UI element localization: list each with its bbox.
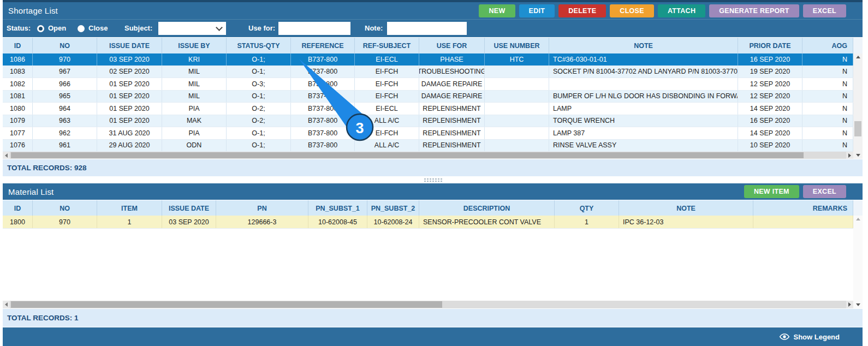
status-open-radio[interactable]: [37, 25, 44, 32]
v-scroll-track[interactable]: [853, 61, 863, 152]
status-close-radio[interactable]: [78, 25, 85, 32]
column-header-reference[interactable]: REFERENCE: [291, 38, 355, 54]
table-row[interactable]: 108296601 SEP 2020MILO-3;B737-800EI-FCHD…: [3, 78, 853, 91]
table-cell: 16 SEP 2020: [738, 53, 802, 65]
column-header-remarks[interactable]: REMARKS: [753, 200, 853, 216]
v-scroll-thumb[interactable]: [854, 121, 861, 136]
table-cell: KRI: [162, 53, 227, 65]
footer-bar: Show Legend: [3, 327, 863, 346]
table-row[interactable]: 107996301 SEP 2020MAKO-2;B737-800ALL A/C…: [3, 115, 853, 128]
table-cell: 961: [33, 140, 97, 152]
table-cell: N: [802, 127, 853, 139]
edit-button[interactable]: EDIT: [519, 4, 555, 17]
show-legend-button[interactable]: Show Legend: [779, 333, 840, 341]
splitter-handle[interactable]: [3, 176, 863, 183]
generate-report-button[interactable]: GENERATE REPORT: [709, 4, 799, 17]
scroll-up-icon[interactable]: [853, 53, 863, 61]
table-cell: O-1;: [227, 140, 291, 152]
table-cell: 963: [33, 115, 97, 127]
scroll-right-icon[interactable]: [846, 301, 853, 308]
use-for-input[interactable]: [278, 22, 350, 35]
h-scroll-thumb[interactable]: [11, 152, 804, 158]
column-header-pn-subst-1[interactable]: PN_SUBST_1: [308, 200, 367, 216]
column-header-pn-subst-2[interactable]: PN_SUBST_2: [367, 200, 419, 216]
table-row[interactable]: 107696129 AUG 2020ODNO-1;B737-800ALL A/C…: [3, 140, 853, 152]
table-cell: 964: [33, 103, 97, 115]
material-h-scrollbar[interactable]: [3, 301, 853, 308]
table-cell: 966: [33, 78, 97, 90]
column-header-qty[interactable]: QTY: [555, 200, 619, 216]
new-button[interactable]: NEW: [479, 4, 515, 17]
material-list-title: Material List: [3, 187, 53, 196]
column-header-issue-date[interactable]: ISSUE DATE: [162, 200, 216, 216]
table-cell: [485, 78, 549, 90]
note-input[interactable]: [387, 22, 467, 35]
column-header-status-qty[interactable]: STATUS-QTY: [227, 38, 291, 54]
table-cell: 129666-3: [216, 216, 308, 228]
material-table-header: IDNOITEMISSUE DATEPNPN_SUBST_1PN_SUBST_2…: [3, 200, 863, 216]
table-cell: SOCKET P/N 81004-37702 AND LANYARD P/N 8…: [549, 66, 738, 78]
shortage-list-title: Shortage List: [3, 6, 58, 15]
subject-select[interactable]: [158, 22, 226, 35]
h-scroll-track[interactable]: [10, 301, 846, 308]
column-header-item[interactable]: ITEM: [97, 200, 162, 216]
scroll-left-icon[interactable]: [3, 301, 10, 308]
table-cell: 14 SEP 2020: [738, 103, 802, 115]
column-header-note[interactable]: NOTE: [549, 38, 738, 54]
material-v-scrollbar[interactable]: [853, 216, 863, 308]
column-header-description[interactable]: DESCRIPTION: [419, 200, 555, 216]
delete-button[interactable]: DELETE: [558, 4, 606, 17]
column-header-prior-date[interactable]: PRIOR DATE: [738, 38, 802, 54]
table-row[interactable]: 1800970103 SEP 2020129666-310-62008-4510…: [3, 216, 853, 229]
table-cell: LAMP: [549, 103, 738, 115]
show-legend-label: Show Legend: [794, 333, 840, 341]
column-header-no[interactable]: NO: [33, 38, 97, 54]
table-cell: B737-800: [291, 115, 355, 127]
column-header-no[interactable]: NO: [33, 200, 97, 216]
column-header-use-number[interactable]: USE NUMBER: [485, 38, 549, 54]
table-cell: REPLENISHMENT: [419, 115, 485, 127]
status-close-label[interactable]: Close: [88, 20, 108, 37]
scroll-down-icon[interactable]: [853, 301, 863, 308]
column-header-id[interactable]: ID: [3, 200, 33, 216]
shortage-v-scrollbar[interactable]: [853, 53, 863, 159]
close-button[interactable]: CLOSE: [610, 4, 654, 17]
h-scroll-thumb[interactable]: [11, 301, 442, 308]
column-header-use-for[interactable]: USE FOR: [419, 38, 485, 54]
header-corner: [853, 38, 863, 54]
shortage-h-scrollbar[interactable]: [3, 152, 853, 159]
table-cell: N: [802, 115, 853, 127]
column-header-id[interactable]: ID: [3, 38, 33, 54]
column-header-issue-by[interactable]: ISSUE BY: [162, 38, 227, 54]
table-row[interactable]: 108196501 SEP 2020MILO-1;B737-800EI-FCHD…: [3, 91, 853, 103]
scroll-up-icon[interactable]: [853, 216, 863, 223]
column-header-note[interactable]: NOTE: [619, 200, 753, 216]
table-row[interactable]: 108096401 SEP 2020PIAO-2;B737-800EI-ECLR…: [3, 103, 853, 115]
h-scroll-track[interactable]: [10, 152, 846, 159]
scroll-left-icon[interactable]: [3, 152, 10, 159]
table-cell: N: [802, 103, 853, 115]
column-header-aog[interactable]: AOG: [802, 38, 853, 54]
table-cell: 29 AUG 2020: [97, 140, 162, 152]
table-cell: [753, 216, 853, 228]
material-toolbar: NEW ITEMEXCEL: [744, 185, 863, 198]
table-cell: 02 SEP 2020: [97, 66, 162, 78]
table-row[interactable]: 108697003 SEP 2020KRIO-1;B737-800EI-ECLP…: [3, 53, 853, 66]
grip-dots-icon: [424, 178, 442, 182]
scroll-right-icon[interactable]: [846, 152, 853, 159]
table-cell: B737-800: [291, 127, 355, 139]
table-cell: 1082: [3, 78, 33, 90]
attach-button[interactable]: ATTACH: [658, 4, 705, 17]
scroll-down-icon[interactable]: [853, 152, 863, 159]
excel-button[interactable]: EXCEL: [803, 185, 846, 198]
column-header-issue-date[interactable]: ISSUE DATE: [97, 38, 162, 54]
shortage-toolbar: NEWEDITDELETECLOSEATTACHGENERATE REPORTE…: [479, 4, 863, 17]
column-header-ref-subject[interactable]: REF-SUBJECT: [355, 38, 419, 54]
column-header-pn[interactable]: PN: [216, 200, 308, 216]
table-row[interactable]: 107796231 AUG 2020PIAO-1;B737-800EI-FCHR…: [3, 127, 853, 140]
new-item-button[interactable]: NEW ITEM: [744, 185, 799, 198]
v-scroll-track[interactable]: [853, 223, 863, 301]
status-open-label[interactable]: Open: [48, 20, 66, 37]
table-row[interactable]: 108396702 SEP 2020MILO-1;B737-800EI-FCHT…: [3, 66, 853, 79]
excel-button[interactable]: EXCEL: [803, 4, 846, 17]
